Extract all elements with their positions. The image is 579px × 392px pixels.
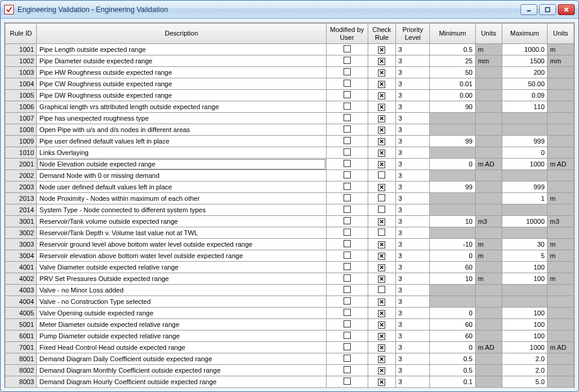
cell[interactable] xyxy=(548,67,574,78)
cell[interactable] xyxy=(502,227,547,239)
cell[interactable]: 4005 xyxy=(5,308,37,319)
cell[interactable]: 999 xyxy=(502,182,547,193)
cell[interactable]: 1009 xyxy=(5,136,37,147)
cell-description[interactable]: Valve - no Minor Loss added xyxy=(37,285,326,296)
cell[interactable]: 3 xyxy=(395,193,430,204)
cell[interactable]: 0 xyxy=(430,159,475,170)
titlebar[interactable]: Engineering Validation - Engineering Val… xyxy=(1,1,578,19)
cell[interactable] xyxy=(430,193,475,204)
cell-description[interactable]: Pipe Length outside expected range xyxy=(37,44,326,55)
table-row[interactable]: 4003Valve - no Minor Loss added3 xyxy=(5,285,574,296)
cell[interactable]: 3 xyxy=(395,262,430,273)
table-row[interactable]: 1005Pipe DW Roughness outside expected r… xyxy=(5,90,574,101)
check-rule-checkbox[interactable] xyxy=(368,44,395,55)
cell-description[interactable]: PRV Set Pressures Outside expected range xyxy=(37,273,326,285)
col-maximum[interactable]: Maximum xyxy=(502,24,547,44)
table-row[interactable]: 5001Meter Diameter outside expected rela… xyxy=(5,319,574,330)
cell-description[interactable]: Graphical length vrs attributed length o… xyxy=(37,101,326,113)
cell[interactable]: 8003 xyxy=(5,376,37,388)
table-row[interactable]: 2002Demand Node with 0 or missing demand… xyxy=(5,170,574,182)
cell[interactable] xyxy=(430,170,475,182)
cell-description[interactable]: Valve - no Construction Type selected xyxy=(37,296,326,308)
cell[interactable] xyxy=(548,262,574,273)
check-rule-checkbox[interactable] xyxy=(368,239,395,250)
cell[interactable]: 8002 xyxy=(5,365,37,376)
grid-scroll-area[interactable]: Rule ID Description Modified by User Che… xyxy=(4,22,575,388)
cell[interactable] xyxy=(548,147,574,159)
cell[interactable]: mm xyxy=(475,55,502,67)
cell[interactable]: 4004 xyxy=(5,296,37,308)
modified-by-user-checkbox[interactable] xyxy=(326,330,368,342)
table-row[interactable]: 2001Node Elevation outside expected rang… xyxy=(5,159,574,170)
cell[interactable]: 99 xyxy=(430,136,475,147)
modified-by-user-checkbox[interactable] xyxy=(326,170,368,182)
table-row[interactable]: 3003Reservoir ground level above bottom … xyxy=(5,239,574,250)
cell[interactable] xyxy=(548,170,574,182)
cell[interactable]: 1 xyxy=(502,193,547,204)
cell-description[interactable]: Reservoir ground level above bottom wate… xyxy=(37,239,326,250)
cell[interactable]: 3 xyxy=(395,216,430,227)
cell[interactable]: 3004 xyxy=(5,250,37,262)
cell[interactable] xyxy=(475,147,502,159)
cell[interactable] xyxy=(475,330,502,342)
col-check-rule[interactable]: Check Rule xyxy=(368,24,395,44)
cell[interactable]: m xyxy=(548,239,574,250)
modified-by-user-checkbox[interactable] xyxy=(326,250,368,262)
cell[interactable]: 999 xyxy=(502,136,547,147)
cell[interactable] xyxy=(548,353,574,365)
cell[interactable]: 99 xyxy=(430,182,475,193)
cell[interactable]: 5 xyxy=(502,250,547,262)
cell[interactable] xyxy=(475,262,502,273)
modified-by-user-checkbox[interactable] xyxy=(326,113,368,124)
cell-description[interactable]: Node user defined default values left in… xyxy=(37,182,326,193)
cell[interactable]: 3 xyxy=(395,365,430,376)
modified-by-user-checkbox[interactable] xyxy=(326,204,368,216)
cell[interactable]: 5.0 xyxy=(502,376,547,388)
cell[interactable] xyxy=(475,388,502,388)
modified-by-user-checkbox[interactable] xyxy=(326,227,368,239)
modified-by-user-checkbox[interactable] xyxy=(326,182,368,193)
cell[interactable]: m xyxy=(548,273,574,285)
cell-description[interactable]: Valve Diameter outside expected relative… xyxy=(37,262,326,273)
cell[interactable] xyxy=(475,67,502,78)
cell[interactable]: 2013 xyxy=(5,193,37,204)
cell[interactable]: m xyxy=(475,44,502,55)
cell[interactable] xyxy=(475,90,502,101)
cell[interactable]: 100 xyxy=(502,330,547,342)
cell[interactable]: 10000 xyxy=(502,216,547,227)
cell[interactable] xyxy=(475,113,502,124)
cell[interactable] xyxy=(430,147,475,159)
cell[interactable] xyxy=(502,388,547,388)
cell[interactable]: 4001 xyxy=(5,262,37,273)
cell[interactable]: 110 xyxy=(502,101,547,113)
modified-by-user-checkbox[interactable] xyxy=(326,285,368,296)
check-rule-checkbox[interactable] xyxy=(368,262,395,273)
cell[interactable]: 2001 xyxy=(5,159,37,170)
cell[interactable]: 3 xyxy=(395,250,430,262)
cell[interactable] xyxy=(475,170,502,182)
cell[interactable]: 1002 xyxy=(5,55,37,67)
modified-by-user-checkbox[interactable] xyxy=(326,342,368,353)
cell[interactable]: 3 xyxy=(395,319,430,330)
table-row[interactable]: 2013Node Proximity - Nodes within maximu… xyxy=(5,193,574,204)
cell[interactable] xyxy=(548,285,574,296)
cell-description[interactable]: Pipe user defined default values left in… xyxy=(37,136,326,147)
cell-description[interactable]: Valve Opening outside expected range xyxy=(37,308,326,319)
cell[interactable]: 3 xyxy=(395,67,430,78)
cell[interactable]: 3003 xyxy=(5,239,37,250)
modified-by-user-checkbox[interactable] xyxy=(326,388,368,388)
modified-by-user-checkbox[interactable] xyxy=(326,159,368,170)
cell[interactable]: 3 xyxy=(395,78,430,90)
cell[interactable]: 0 xyxy=(430,250,475,262)
check-rule-checkbox[interactable] xyxy=(368,147,395,159)
cell[interactable] xyxy=(475,227,502,239)
check-rule-checkbox[interactable] xyxy=(368,296,395,308)
check-rule-checkbox[interactable] xyxy=(368,250,395,262)
cell[interactable] xyxy=(548,113,574,124)
table-row[interactable]: 4004Valve - no Construction Type selecte… xyxy=(5,296,574,308)
cell[interactable] xyxy=(548,227,574,239)
cell[interactable]: 3 xyxy=(395,227,430,239)
cell[interactable]: 7001 xyxy=(5,342,37,353)
table-row[interactable]: 8004Demand Diagram profile not normalize… xyxy=(5,388,574,388)
cell[interactable] xyxy=(548,204,574,216)
